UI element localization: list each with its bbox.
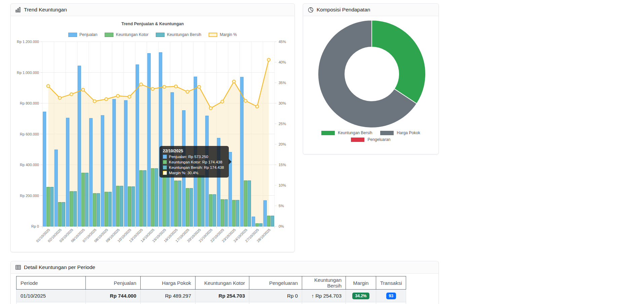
svg-text:Rp 400.000: Rp 400.000 <box>20 163 39 167</box>
comp-card-title: Komposisi Pendapatan <box>317 7 370 13</box>
legend-swatch <box>156 33 165 37</box>
legend-swatch <box>209 33 217 37</box>
svg-text:Rp 1.200.000: Rp 1.200.000 <box>17 40 39 44</box>
tooltip-row: Keuntungan Bersih: Rp 174.438 <box>163 165 225 169</box>
cell-empty <box>376 302 406 304</box>
table-row: 01/10/2025Rp 744.000Rp 489.297Rp 254.703… <box>16 290 406 302</box>
composition-donut-chart[interactable] <box>303 16 438 130</box>
column-header-pengeluaran: Pengeluaran <box>249 276 302 290</box>
svg-text:30%: 30% <box>279 101 286 105</box>
cell-empty <box>86 302 141 304</box>
comp-legend-label: Harga Pokok <box>397 130 420 135</box>
tooltip-text: Margin %: 30.4% <box>169 171 199 175</box>
svg-text:Rp 600.000: Rp 600.000 <box>20 132 39 136</box>
svg-text:20%: 20% <box>279 142 286 146</box>
legend-label: Margin % <box>220 32 237 37</box>
comp-legend-item-harga-pokok[interactable]: Harga Pokok <box>380 130 420 135</box>
cell-empty <box>195 302 249 304</box>
tooltip-text: Keuntungan Kotor: Rp 174.438 <box>169 160 222 164</box>
legend-item-keuntungan-kotor[interactable]: Keuntungan Kotor <box>105 32 148 37</box>
cell-empty <box>16 302 86 304</box>
svg-text:0%: 0% <box>279 224 284 228</box>
cell-keuntungan-kotor: Rp 254.703 <box>195 290 249 302</box>
legend-item-margin-[interactable]: Margin % <box>209 32 237 37</box>
table-row-partial <box>16 302 406 304</box>
cell-transaksi: 93 <box>376 290 406 302</box>
chart-tooltip: 22/10/2025 Penjualan: Rp 573.250Keuntung… <box>159 146 229 178</box>
tooltip-row: Penjualan: Rp 573.250 <box>163 155 225 159</box>
svg-text:10%: 10% <box>279 183 286 187</box>
column-header-harga-pokok: Harga Pokok <box>141 276 195 290</box>
cell-periode: 01/10/2025 <box>16 290 86 302</box>
comp-card-header: Komposisi Pendapatan <box>303 4 438 16</box>
svg-text:15%: 15% <box>279 163 286 167</box>
tooltip-row: Keuntungan Kotor: Rp 174.438 <box>163 160 225 164</box>
cell-empty <box>346 302 376 304</box>
legend-swatch <box>68 33 77 37</box>
tooltip-text: Penjualan: Rp 573.250 <box>169 155 208 159</box>
trend-combo-chart[interactable]: Rp 0Rp 200.000Rp 400.000Rp 600.000Rp 800… <box>11 16 294 252</box>
comp-legend-label: Keuntungan Bersih <box>338 130 372 135</box>
legend-item-keuntungan-bersih[interactable]: Keuntungan Bersih <box>156 32 201 37</box>
column-header-margin: Margin <box>346 276 376 290</box>
tooltip-title: 22/10/2025 <box>163 149 225 153</box>
cell-empty <box>141 302 195 304</box>
comp-legend-swatch <box>321 131 335 135</box>
tooltip-swatch <box>163 160 167 164</box>
cell-keuntungan-bersih: ↑ Rp 254.703 <box>302 290 346 302</box>
legend-item-penjualan[interactable]: Penjualan <box>68 32 97 37</box>
cell-margin: 34.2% <box>346 290 376 302</box>
transaksi-badge: 93 <box>386 293 396 299</box>
tooltip-swatch <box>163 155 167 159</box>
legend-label: Keuntungan Bersih <box>167 32 201 37</box>
trend-card-title: Trend Keuntungan <box>24 7 67 13</box>
comp-legend-swatch <box>380 131 394 135</box>
svg-text:45%: 45% <box>279 40 286 44</box>
table-header-row: PeriodePenjualanHarga PokokKeuntungan Ko… <box>16 276 406 290</box>
legend-label: Keuntungan Kotor <box>116 32 148 37</box>
detail-card-header: Detail Keuntungan per Periode <box>11 261 438 274</box>
cell-harga-pokok: Rp 489.297 <box>141 290 195 302</box>
comp-legend-swatch <box>351 138 364 142</box>
tooltip-swatch <box>163 165 167 169</box>
legend-swatch <box>105 33 113 37</box>
comp-legend-item-pengeluaran[interactable]: Pengeluaran <box>351 137 390 142</box>
detail-keuntungan-table: PeriodePenjualanHarga PokokKeuntungan Ko… <box>16 276 406 304</box>
bar-chart-icon <box>15 7 21 12</box>
tooltip-swatch <box>163 171 167 175</box>
svg-text:Rp 200.000: Rp 200.000 <box>20 194 39 198</box>
legend-label: Penjualan <box>79 32 97 37</box>
svg-text:Rp 0: Rp 0 <box>31 224 39 228</box>
tooltip-row: Margin %: 30.4% <box>163 171 225 175</box>
margin-badge: 34.2% <box>352 293 369 299</box>
column-header-transaksi: Transaksi <box>376 276 406 290</box>
trend-keuntungan-card: Trend Keuntungan Rp 0Rp 200.000Rp 400.00… <box>10 3 295 252</box>
trend-chart-legend: PenjualanKeuntungan KotorKeuntungan Bers… <box>11 32 294 37</box>
svg-text:Rp 800.000: Rp 800.000 <box>20 101 39 105</box>
detail-keuntungan-card: Detail Keuntungan per Periode PeriodePen… <box>10 261 439 304</box>
chart-title: Trend Penjualan & Keuntungan <box>11 22 294 26</box>
komposisi-pendapatan-card: Komposisi Pendapatan Keuntungan BersihHa… <box>303 3 439 154</box>
svg-text:5%: 5% <box>279 204 284 208</box>
cell-empty <box>302 302 346 304</box>
table-icon <box>15 265 21 270</box>
cell-penjualan: Rp 744.000 <box>86 290 141 302</box>
svg-text:Rp 1.000.000: Rp 1.000.000 <box>17 71 39 75</box>
svg-text:40%: 40% <box>279 60 286 64</box>
cell-empty <box>249 302 302 304</box>
column-header-penjualan: Penjualan <box>86 276 141 290</box>
detail-card-title: Detail Keuntungan per Periode <box>24 264 95 270</box>
trend-card-header: Trend Keuntungan <box>11 4 294 16</box>
tooltip-text: Keuntungan Bersih: Rp 174.438 <box>169 165 224 169</box>
pie-chart-icon <box>308 7 314 13</box>
comp-legend-item-keuntungan-bersih[interactable]: Keuntungan Bersih <box>321 130 372 135</box>
cell-pengeluaran: Rp 0 <box>249 290 302 302</box>
svg-text:35%: 35% <box>279 81 286 85</box>
composition-legend: Keuntungan BersihHarga PokokPengeluaran <box>303 130 438 142</box>
svg-text:25%: 25% <box>279 122 286 126</box>
column-header-keuntungan-kotor: Keuntungan Kotor <box>195 276 249 290</box>
column-header-periode: Periode <box>16 276 86 290</box>
comp-legend-label: Pengeluaran <box>367 137 390 142</box>
column-header-keuntungan-bersih: Keuntungan Bersih <box>302 276 346 290</box>
